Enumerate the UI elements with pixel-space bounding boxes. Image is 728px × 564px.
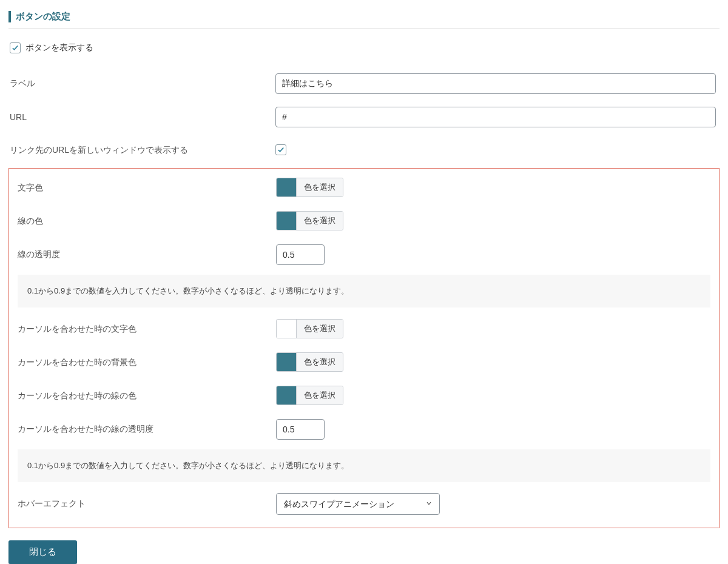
close-button[interactable]: 閉じる <box>8 540 77 564</box>
color-swatch-icon <box>277 320 296 338</box>
text-color-row: 文字色 色を選択 <box>9 171 719 204</box>
color-select-button-label: 色を選択 <box>296 212 343 230</box>
url-field-label: URL <box>8 112 275 122</box>
new-window-checkbox[interactable] <box>275 144 286 155</box>
hover-line-opacity-input[interactable] <box>276 419 325 440</box>
color-swatch-icon <box>277 386 296 405</box>
label-row: ラベル <box>8 67 720 100</box>
line-opacity-input[interactable] <box>276 244 325 265</box>
hover-text-color-row: カーソルを合わせた時の文字色 色を選択 <box>9 312 719 346</box>
section-title: ボタンの設定 <box>8 11 720 22</box>
text-color-picker[interactable]: 色を選択 <box>276 178 343 197</box>
divider <box>8 29 720 29</box>
hover-bg-color-row: カーソルを合わせた時の背景色 色を選択 <box>9 346 719 379</box>
check-icon <box>11 44 19 52</box>
hover-line-opacity-help: 0.1から0.9までの数値を入力してください。数字が小さくなるほど、より透明にな… <box>18 449 710 482</box>
line-color-row: 線の色 色を選択 <box>9 204 719 238</box>
hover-effect-row: ホバーエフェクト 斜めスワイプアニメーション <box>9 487 719 520</box>
hover-line-opacity-label: カーソルを合わせた時の線の透明度 <box>9 424 276 435</box>
text-color-label: 文字色 <box>9 183 276 193</box>
new-window-row: リンク先のURLを新しいウィンドウで表示する <box>8 133 720 167</box>
color-swatch-icon <box>277 178 296 196</box>
hover-text-color-label: カーソルを合わせた時の文字色 <box>9 324 276 335</box>
hover-line-color-label: カーソルを合わせた時の線の色 <box>9 391 276 401</box>
color-select-button-label: 色を選択 <box>296 386 343 405</box>
show-button-label: ボタンを表示する <box>25 42 93 53</box>
url-row: URL <box>8 100 720 133</box>
line-color-picker[interactable]: 色を選択 <box>276 211 343 230</box>
label-field-label: ラベル <box>8 78 275 89</box>
url-input[interactable] <box>275 107 716 127</box>
hover-bg-color-picker[interactable]: 色を選択 <box>276 352 343 372</box>
hover-line-color-picker[interactable]: 色を選択 <box>276 386 343 405</box>
label-input[interactable] <box>275 73 716 94</box>
line-opacity-help: 0.1から0.9までの数値を入力してください。数字が小さくなるほど、より透明にな… <box>18 275 710 307</box>
new-window-label: リンク先のURLを新しいウィンドウで表示する <box>8 145 275 156</box>
check-icon <box>277 146 285 154</box>
hover-effect-select[interactable]: 斜めスワイプアニメーション <box>276 493 440 515</box>
hover-line-color-row: カーソルを合わせた時の線の色 色を選択 <box>9 379 719 412</box>
color-swatch-icon <box>277 353 296 371</box>
hover-effect-select-wrap: 斜めスワイプアニメーション <box>276 493 440 515</box>
color-select-button-label: 色を選択 <box>296 178 343 196</box>
hover-text-color-picker[interactable]: 色を選択 <box>276 319 343 338</box>
line-opacity-row: 線の透明度 <box>9 238 719 271</box>
hover-effect-label: ホバーエフェクト <box>9 499 276 509</box>
color-select-button-label: 色を選択 <box>296 353 343 371</box>
color-swatch-icon <box>277 212 296 230</box>
hover-line-opacity-row: カーソルを合わせた時の線の透明度 <box>9 412 719 446</box>
show-button-checkbox[interactable] <box>10 42 21 53</box>
hover-bg-color-label: カーソルを合わせた時の背景色 <box>9 357 276 368</box>
line-color-label: 線の色 <box>9 216 276 227</box>
color-select-button-label: 色を選択 <box>296 320 343 338</box>
line-opacity-label: 線の透明度 <box>9 249 276 260</box>
show-button-row: ボタンを表示する <box>8 41 720 67</box>
highlighted-group: 文字色 色を選択 線の色 色を選択 線の透明度 0.1から0.9までの数値を入力… <box>8 168 720 528</box>
